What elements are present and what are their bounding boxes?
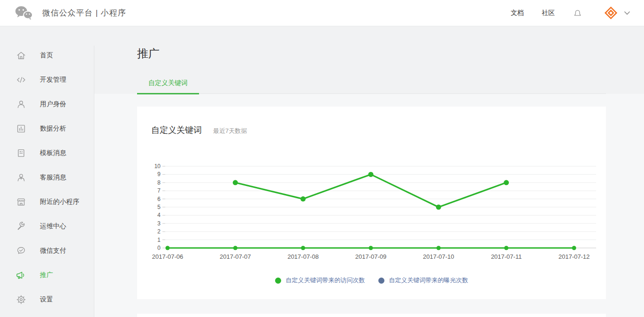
svg-text:7: 7 — [157, 187, 161, 194]
account-avatar[interactable] — [604, 6, 618, 20]
sidebar-item-label: 开发管理 — [40, 76, 66, 84]
account-chevron-down-icon[interactable] — [624, 11, 630, 15]
wrench-icon — [16, 221, 26, 232]
sidebar-item-ops-center[interactable]: 运维中心 — [0, 214, 94, 239]
main-content: 推广 自定义关键词 自定义关键词 最近7天数据 0123456789102017… — [94, 26, 644, 317]
svg-text:2017-07-12: 2017-07-12 — [559, 253, 590, 260]
svg-text:1: 1 — [157, 237, 161, 243]
sidebar-item-label: 用户身份 — [40, 100, 66, 108]
next-section-card — [137, 314, 606, 317]
brand-title: 微信公众平台 | 小程序 — [42, 8, 126, 18]
sidebar-item-label: 首页 — [40, 51, 53, 60]
legend-dot-icon — [275, 278, 281, 284]
home-icon — [16, 50, 26, 61]
chart-icon — [16, 124, 26, 134]
legend-dot-icon — [378, 278, 384, 284]
svg-text:2: 2 — [157, 228, 161, 235]
sidebar-item-label: 运维中心 — [40, 222, 66, 231]
card-header: 自定义关键词 最近7天数据 — [151, 124, 247, 136]
card-title: 自定义关键词 — [151, 124, 202, 136]
nav-community-link[interactable]: 社区 — [542, 9, 555, 17]
svg-text:4: 4 — [157, 212, 161, 218]
page-header-area: 推广 自定义关键词 — [94, 26, 644, 94]
tab-label: 自定义关键词 — [148, 79, 188, 86]
sidebar-item-label: 微信支付 — [40, 247, 66, 255]
svg-text:2017-07-06: 2017-07-06 — [152, 253, 184, 260]
sidebar-item-user-identity[interactable]: 用户身份 — [0, 92, 94, 116]
wechat-logo-icon — [14, 5, 34, 21]
svg-text:2017-07-07: 2017-07-07 — [220, 253, 251, 260]
svg-text:5: 5 — [157, 204, 161, 210]
code-icon — [16, 75, 26, 85]
svg-text:2017-07-08: 2017-07-08 — [287, 253, 319, 260]
sidebar-item-wechat-pay[interactable]: 微信支付 — [0, 239, 94, 263]
svg-text:2017-07-10: 2017-07-10 — [423, 253, 454, 260]
chart-legend: 自定义关键词带来的访问次数自定义关键词带来的曝光次数 — [137, 276, 606, 285]
sidebar-item-template-msg[interactable]: 模板消息 — [0, 141, 94, 165]
megaphone-icon — [16, 270, 26, 280]
svg-text:10: 10 — [154, 163, 161, 170]
sidebar-item-promotion[interactable]: 推广 — [0, 263, 94, 287]
notification-bell-icon[interactable] — [573, 8, 583, 18]
sidebar-item-label: 模板消息 — [40, 149, 66, 157]
tab-custom-keywords[interactable]: 自定义关键词 — [137, 79, 199, 93]
sidebar-item-label: 推广 — [40, 271, 53, 279]
sidebar-item-label: 设置 — [40, 295, 53, 304]
svg-text:2017-07-11: 2017-07-11 — [491, 253, 522, 260]
wechatpay-icon — [16, 246, 26, 256]
tab-bar: 自定义关键词 — [137, 79, 606, 94]
sidebar-item-nearby-miniapp[interactable]: 附近的小程序 — [0, 190, 94, 214]
sidebar-item-settings[interactable]: 设置 — [0, 287, 94, 312]
sidebar-nav: 首页开发管理用户身份数据分析模板消息客服消息附近的小程序运维中心微信支付推广设置 — [0, 26, 94, 317]
svg-text:8: 8 — [157, 179, 161, 186]
shop-icon — [16, 197, 26, 207]
card-subtitle: 最近7天数据 — [213, 127, 247, 135]
svg-text:0: 0 — [157, 245, 161, 251]
svg-text:6: 6 — [157, 196, 161, 202]
legend-item-impressions[interactable]: 自定义关键词带来的曝光次数 — [378, 276, 468, 285]
legend-item-visits[interactable]: 自定义关键词带来的访问次数 — [275, 276, 365, 285]
top-header: 微信公众平台 | 小程序 文档 社区 — [0, 0, 644, 26]
logo-wrap: 微信公众平台 | 小程序 — [14, 5, 126, 21]
sidebar-item-home[interactable]: 首页 — [0, 43, 94, 68]
sidebar-item-dev-manage[interactable]: 开发管理 — [0, 68, 94, 92]
sidebar-item-label: 数据分析 — [40, 124, 66, 133]
nav-docs-link[interactable]: 文档 — [511, 9, 524, 17]
template-icon — [16, 148, 26, 158]
page-title: 推广 — [137, 45, 606, 62]
svg-text:9: 9 — [157, 171, 161, 178]
svg-text:3: 3 — [157, 220, 161, 227]
sidebar-item-service-msg[interactable]: 客服消息 — [0, 165, 94, 190]
legend-label: 自定义关键词带来的访问次数 — [286, 276, 365, 285]
cards-area: 自定义关键词 最近7天数据 0123456789102017-07-062017… — [94, 94, 644, 317]
user-icon — [16, 99, 26, 109]
service-icon — [16, 172, 26, 183]
sidebar-item-label: 客服消息 — [40, 173, 66, 182]
svg-text:2017-07-09: 2017-07-09 — [355, 253, 387, 260]
keyword-chart-card: 自定义关键词 最近7天数据 0123456789102017-07-062017… — [137, 107, 606, 299]
header-nav: 文档 社区 — [511, 6, 630, 20]
gear-icon — [16, 294, 26, 305]
sidebar-item-label: 附近的小程序 — [40, 198, 79, 206]
sidebar-item-data-analysis[interactable]: 数据分析 — [0, 116, 94, 141]
legend-label: 自定义关键词带来的曝光次数 — [389, 276, 468, 285]
keyword-chart: 0123456789102017-07-062017-07-072017-07-… — [137, 162, 606, 269]
